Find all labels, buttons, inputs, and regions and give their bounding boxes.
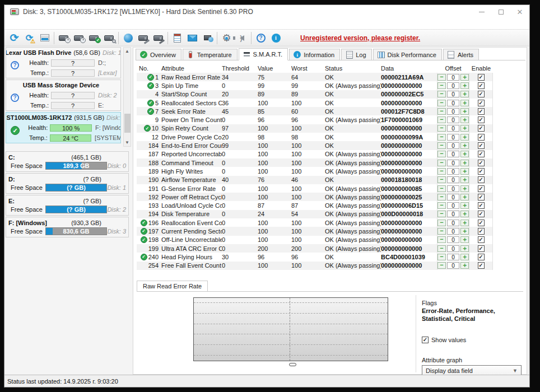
- menu-item[interactable]: [31, 23, 39, 25]
- offset-decrease-button[interactable]: −: [437, 142, 446, 149]
- offset-increase-button[interactable]: ＋: [460, 116, 469, 123]
- table-row[interactable]: ✓ 187 Reported Uncorrectabl... 0 100 100…: [137, 150, 493, 158]
- offset-increase-button[interactable]: ＋: [460, 262, 469, 269]
- offset-decrease-button[interactable]: −: [437, 168, 446, 175]
- offset-decrease-button[interactable]: −: [437, 125, 446, 132]
- offset-decrease-button[interactable]: −: [437, 82, 446, 89]
- table-row[interactable]: ✓ 189 High Fly Writes 0 100 100 OK (Alwa…: [137, 167, 493, 175]
- table-row[interactable]: ✓ 197 Current Pending Sector... 0 100 10…: [137, 227, 493, 235]
- mail-button[interactable]: [185, 31, 200, 45]
- table-row[interactable]: ✓ 190 Airflow Temperature 40 76 46 OK 00…: [137, 176, 493, 184]
- show-values-checkbox[interactable]: ✓: [422, 337, 429, 343]
- tab[interactable]: S.M.A.R.T.: [239, 48, 288, 60]
- enable-checkbox[interactable]: ✓: [478, 168, 485, 175]
- offset-decrease-button[interactable]: −: [437, 211, 446, 217]
- table-row[interactable]: ✓ 12 Drive Power Cycle Count 20 98 98 OK…: [137, 133, 493, 141]
- offset-increase-button[interactable]: ＋: [460, 254, 469, 260]
- offset-decrease-button[interactable]: −: [437, 254, 446, 260]
- offset-value[interactable]: 0: [447, 160, 459, 166]
- disk-panel[interactable]: ST1000LM035-1RK172 (931,5 GB) Disk: ✓ He…: [6, 112, 121, 143]
- col-offset[interactable]: Offset: [437, 65, 469, 72]
- table-row[interactable]: ✓ 193 Load/Unload Cycle Cou... 0 87 87 O…: [137, 201, 493, 209]
- tab[interactable]: Overview: [136, 49, 181, 60]
- tab[interactable]: Alerts: [443, 49, 479, 60]
- offset-increase-button[interactable]: ＋: [460, 108, 469, 115]
- offset-increase-button[interactable]: ＋: [460, 245, 469, 252]
- table-row[interactable]: ✓ 196 Reallocation Event Count 0 100 100…: [137, 218, 493, 227]
- disk-ok-button[interactable]: ✓: [86, 31, 101, 45]
- disk-tools-button[interactable]: [136, 31, 151, 45]
- table-row[interactable]: ✓ 4 Start/Stop Count 20 89 89 OK 0000000…: [137, 90, 493, 99]
- offset-decrease-button[interactable]: −: [437, 160, 446, 166]
- table-row[interactable]: ✓ 198 Off-Line Uncorrectable ... 0 100 1…: [137, 236, 493, 244]
- offset-increase-button[interactable]: ＋: [460, 134, 469, 141]
- offset-decrease-button[interactable]: −: [437, 116, 446, 123]
- offset-decrease-button[interactable]: −: [437, 262, 446, 269]
- disk-repair-button[interactable]: [151, 31, 166, 45]
- enable-checkbox[interactable]: ✓: [478, 91, 485, 97]
- offset-decrease-button[interactable]: −: [437, 108, 446, 115]
- disk-panel[interactable]: Lexar USB Flash Drive (58,6 GB) Disk: 1 …: [6, 47, 121, 78]
- graph-slider-handle[interactable]: [289, 363, 296, 366]
- offset-value[interactable]: 0: [447, 211, 459, 217]
- offset-value[interactable]: 0: [447, 220, 459, 226]
- table-row[interactable]: ✓ 1 Raw Read Error Rate 34 75 64 OK 0000…: [137, 73, 493, 81]
- offset-value[interactable]: 0: [447, 125, 459, 132]
- offset-decrease-button[interactable]: −: [437, 185, 446, 192]
- offset-increase-button[interactable]: ＋: [460, 91, 469, 97]
- offset-value[interactable]: 0: [447, 82, 459, 89]
- offset-value[interactable]: 0: [447, 185, 459, 192]
- report-button[interactable]: [37, 31, 52, 45]
- tab[interactable]: Log: [341, 49, 371, 60]
- table-row[interactable]: ✓ 240 Head Flying Hours 30 96 96 OK BC4D…: [137, 253, 493, 261]
- enable-checkbox[interactable]: ✓: [478, 116, 485, 123]
- offset-decrease-button[interactable]: −: [437, 220, 446, 226]
- offset-increase-button[interactable]: ＋: [460, 168, 469, 175]
- offset-increase-button[interactable]: ＋: [460, 194, 469, 200]
- enable-checkbox[interactable]: ✓: [478, 202, 485, 209]
- offset-value[interactable]: 0: [447, 100, 459, 106]
- offset-decrease-button[interactable]: −: [437, 245, 446, 252]
- enable-checkbox[interactable]: ✓: [478, 228, 485, 235]
- offset-value[interactable]: 0: [447, 176, 459, 183]
- enable-checkbox[interactable]: ✓: [478, 194, 485, 200]
- enable-checkbox[interactable]: ✓: [478, 134, 485, 141]
- offset-value[interactable]: 0: [447, 108, 459, 115]
- offset-increase-button[interactable]: ＋: [460, 142, 469, 149]
- offset-decrease-button[interactable]: −: [437, 194, 446, 200]
- offset-increase-button[interactable]: ＋: [460, 211, 469, 217]
- col-data[interactable]: Data: [381, 65, 437, 72]
- table-row[interactable]: ✓ 188 Command Timeout 0 100 100 OK (Alwa…: [137, 158, 493, 167]
- tab[interactable]: Information: [289, 49, 340, 60]
- enable-checkbox[interactable]: ✓: [478, 100, 485, 106]
- partition-panel[interactable]: D: (? GB) Free Space (? GB) Disk: 1: [6, 173, 129, 194]
- offset-value[interactable]: 0: [447, 116, 459, 123]
- enable-checkbox[interactable]: ✓: [478, 151, 485, 157]
- offset-increase-button[interactable]: ＋: [460, 220, 469, 226]
- enable-checkbox[interactable]: ✓: [478, 245, 485, 252]
- refresh-alert-button[interactable]: ⟳⚠: [22, 31, 37, 45]
- menu-item[interactable]: [8, 23, 16, 25]
- enable-checkbox[interactable]: ✓: [478, 220, 485, 226]
- offset-increase-button[interactable]: ＋: [460, 125, 469, 132]
- menu-item[interactable]: [24, 23, 31, 25]
- enable-checkbox[interactable]: ✓: [478, 82, 485, 89]
- close-button[interactable]: ✕: [510, 5, 529, 18]
- enable-checkbox[interactable]: ✓: [478, 160, 485, 166]
- offset-value[interactable]: 0: [447, 202, 459, 209]
- enable-checkbox[interactable]: ✓: [478, 185, 485, 192]
- offset-value[interactable]: 0: [447, 74, 459, 81]
- network-button[interactable]: [200, 31, 215, 45]
- offset-value[interactable]: 0: [447, 194, 459, 200]
- graph-tab[interactable]: Raw Read Error Rate: [137, 281, 208, 292]
- col-worst[interactable]: Worst: [291, 65, 325, 72]
- table-row[interactable]: ✓ 199 Ultra ATA CRC Error Co... 0 200 20…: [137, 244, 493, 253]
- disk-search-button[interactable]: [101, 31, 117, 45]
- enable-checkbox[interactable]: ✓: [478, 74, 485, 81]
- partition-panel[interactable]: C: (465,1 GB) Free Space 189,3 GB Disk: …: [6, 151, 129, 172]
- col-threshold[interactable]: Threshold: [222, 65, 258, 72]
- info-button[interactable]: i: [268, 31, 283, 45]
- offset-value[interactable]: 0: [447, 236, 459, 243]
- scrollbar-thumb[interactable]: [124, 114, 131, 133]
- offset-value[interactable]: 0: [447, 91, 459, 97]
